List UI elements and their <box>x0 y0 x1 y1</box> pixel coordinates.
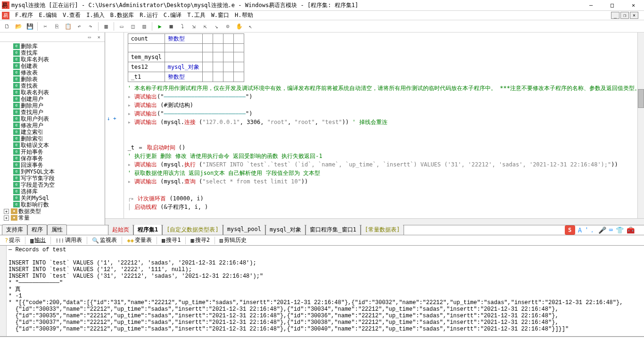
method-icon: e <box>13 57 20 62</box>
bottom-toolbar: ? 提示 ▦ 输出 ⫶⫶⫶ 调用表 🔍 监视表 ◈◈ 变量表 ▦ 搜寻1 ▦ 搜… <box>0 235 644 246</box>
window-button[interactable]: ▭ <box>116 21 127 32</box>
tab-subset1[interactable]: 程序集1 <box>133 224 162 235</box>
menu-tools[interactable]: T.工具 <box>184 10 208 20</box>
variable-table[interactable]: count整数型tem_mysqltes12mysql_对象_t1整数型 <box>128 33 244 82</box>
statusbar <box>0 337 644 347</box>
window3-button[interactable]: ▤ <box>139 21 149 32</box>
variable-row[interactable]: count整数型 <box>128 34 244 44</box>
pointer-button[interactable]: ↖ <box>245 21 256 32</box>
new-file-button[interactable]: 🗋 <box>2 21 12 32</box>
step-into-button[interactable]: ⇲ <box>189 21 199 32</box>
expand-icon[interactable]: + <box>4 215 9 221</box>
btm-watch-tab[interactable]: 🔍 监视表 <box>89 235 120 245</box>
tab-property[interactable]: 属性 <box>47 224 67 235</box>
maximize-button[interactable]: □ <box>602 0 623 10</box>
btm-cliphist-tab[interactable]: ▤ 剪辑历史 <box>217 235 249 245</box>
ime-toolbox-icon[interactable]: 🧰 <box>627 226 635 234</box>
menu-database[interactable]: B.数据库 <box>107 10 137 20</box>
tab-mysqlobj[interactable]: mysql_对象 <box>265 224 305 235</box>
stop-button[interactable]: ■ <box>166 21 176 32</box>
hand-button[interactable]: ✋ <box>234 21 244 32</box>
tab-mysqlpool[interactable]: mysql_pool <box>223 224 265 235</box>
ime-lang-icon[interactable]: A <box>578 226 582 234</box>
window-title: mysql连接池 [正在运行] - C:\Users\Administrator… <box>11 1 580 9</box>
tab-consttable[interactable]: [常量数据表] <box>361 224 404 235</box>
menu-insert[interactable]: I.插入 <box>83 10 107 20</box>
titlebar: 易 mysql连接池 [正在运行] - C:\Users\Administrat… <box>0 0 644 11</box>
menu-run[interactable]: R.运行 <box>137 10 160 20</box>
breakpoint-button[interactable]: ⊙ <box>223 21 233 32</box>
variable-row[interactable]: _t1整数型 <box>128 72 244 82</box>
ime-mic-icon[interactable]: 🎤 <box>598 226 606 234</box>
tab-customtypes[interactable]: [自定义数据类型表] <box>162 224 223 235</box>
btm-search1-tab[interactable]: ▦ 搜寻1 <box>159 235 183 245</box>
menu-program[interactable]: F.程序 <box>12 10 36 20</box>
run-button[interactable]: ▶ <box>155 21 165 32</box>
method-icon: e <box>13 182 20 188</box>
step-over-button[interactable]: ⤵ <box>177 21 188 32</box>
var-type[interactable]: 整数型 <box>165 34 202 44</box>
minimize-button[interactable]: — <box>580 0 602 10</box>
ime-punct-icon[interactable]: '， <box>585 226 595 234</box>
var-type[interactable] <box>165 44 202 52</box>
paste-button[interactable]: 📋 <box>63 21 73 32</box>
horizontal-scrollbar[interactable] <box>105 218 644 225</box>
cut-button[interactable]: ✂ <box>40 21 50 32</box>
variable-row[interactable]: tes12mysql_对象 <box>128 62 244 72</box>
tree-expand-icon[interactable]: ▭ <box>86 33 93 41</box>
var-type[interactable] <box>165 52 202 62</box>
main-area: ▭ ✕ e删除库e查找库e取库名列表e创建表e修改表e删除表e查找表e取表名列表… <box>0 33 644 225</box>
var-name[interactable]: _t1 <box>128 72 165 82</box>
project-tree[interactable]: e删除库e查找库e取库名列表e创建表e修改表e删除表e查找表e取表名列表e创建用… <box>0 42 105 225</box>
var-type[interactable]: mysql_对象 <box>165 62 202 72</box>
tree-close-icon[interactable]: ✕ <box>95 33 103 41</box>
tab-windowset[interactable]: 窗口程序集_窗口1 <box>305 224 360 235</box>
open-file-button[interactable]: 📂 <box>13 21 24 32</box>
ime-sogou-icon[interactable]: S <box>565 225 575 235</box>
method-icon: e <box>13 162 20 168</box>
tab-startpage[interactable]: 起始页 <box>108 224 133 235</box>
ime-skin-icon[interactable]: 👕 <box>616 226 624 234</box>
redo-button[interactable]: ↷ <box>85 21 96 32</box>
window2-button[interactable]: ◫ <box>128 21 138 32</box>
mdi-restore-button[interactable]: ❐ <box>620 12 629 19</box>
var-name[interactable]: tes12 <box>128 62 165 72</box>
menu-help[interactable]: H.帮助 <box>232 10 256 20</box>
code-body[interactable]: count整数型tem_mysqltes12mysql_对象_t1整数型 ' 本… <box>124 33 644 218</box>
output-text[interactable]: — Records of test INSERT INTO `test` VAL… <box>7 246 644 336</box>
var-type[interactable]: 整数型 <box>165 72 202 82</box>
copy-button[interactable]: ⎘ <box>51 21 62 32</box>
step-button[interactable]: ↘ <box>211 21 222 32</box>
menu-edit[interactable]: E.编辑 <box>36 10 59 20</box>
separator <box>152 22 152 31</box>
close-button[interactable]: ✕ <box>623 0 644 10</box>
var-name[interactable] <box>128 44 165 52</box>
tree-folder[interactable]: +▪常量 <box>4 215 105 221</box>
btm-hint-tab[interactable]: ? 提示 <box>2 235 23 245</box>
variable-row[interactable] <box>128 44 244 52</box>
btm-vars-tab[interactable]: ◈◈ 变量表 <box>124 235 154 245</box>
mdi-close-button[interactable]: × <box>630 12 638 19</box>
btm-search2-tab[interactable]: ▦ 搜寻2 <box>188 235 212 245</box>
undo-button[interactable]: ↶ <box>74 21 84 32</box>
vertical-scrollbar[interactable] <box>637 33 644 218</box>
ime-keyboard-icon[interactable]: ⌨ <box>609 226 613 234</box>
menu-view[interactable]: V.查看 <box>60 10 83 20</box>
btm-calltable-tab[interactable]: ⫶⫶⫶ 调用表 <box>53 235 85 245</box>
var-name[interactable]: tem_mysql <box>128 52 165 62</box>
expand-icon[interactable]: + <box>4 209 9 214</box>
variable-row[interactable]: tem_mysql <box>128 52 244 62</box>
menu-window[interactable]: W.窗口 <box>208 10 232 20</box>
step-out-button[interactable]: ⇱ <box>200 21 210 32</box>
save-button[interactable]: 💾 <box>25 21 35 32</box>
menu-compile[interactable]: C.编译 <box>161 10 184 20</box>
tab-supportlib[interactable]: 支持库 <box>2 224 27 235</box>
tab-program[interactable]: 程序 <box>27 224 47 235</box>
method-icon: e <box>13 195 20 201</box>
mdi-minimize-button[interactable]: _ <box>611 12 619 19</box>
form-button[interactable]: ▦ <box>101 21 111 32</box>
btm-output-tab[interactable]: ▦ 输出 <box>27 235 49 245</box>
var-name[interactable]: count <box>128 34 165 44</box>
code-editor[interactable]: ↓ + count整数型tem_mysqltes12mysql_对象_t1整数型… <box>105 33 644 225</box>
method-icon: e <box>13 175 20 181</box>
